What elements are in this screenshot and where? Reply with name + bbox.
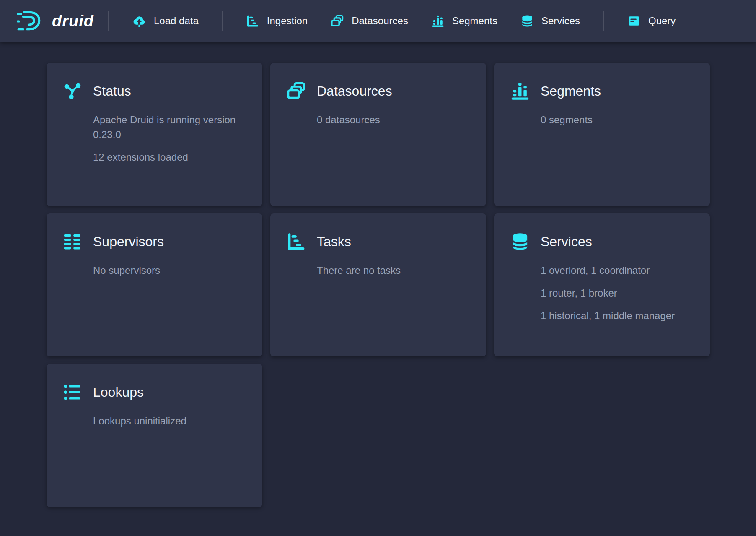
card-text: 0 segments [541, 112, 693, 127]
card-title: Segments [541, 82, 601, 100]
nav-item-label: Services [541, 15, 580, 27]
card-text: Lookups uninitialized [93, 414, 246, 428]
list-columns-icon [63, 232, 82, 251]
card-title: Lookups [93, 383, 144, 401]
druid-wordmark: druid [52, 12, 94, 30]
card-status[interactable]: Status Apache Druid is running version 0… [47, 63, 262, 206]
card-text: There are no tasks [317, 263, 469, 278]
card-title: Services [541, 232, 592, 251]
top-navbar: druid Load data Ingestion [0, 0, 756, 42]
card-text: Apache Druid is running version 0.23.0 [93, 112, 246, 142]
card-title: Status [93, 82, 131, 100]
nav-item-load-data[interactable]: Load data [121, 0, 210, 42]
nav-item-label: Segments [452, 15, 497, 27]
druid-brand[interactable]: druid [17, 11, 94, 31]
nav-item-ingestion[interactable]: Ingestion [235, 0, 319, 42]
bar-chart-icon [432, 15, 444, 27]
nav-item-segments[interactable]: Segments [420, 0, 509, 42]
nav-divider [603, 11, 604, 31]
database-icon [521, 15, 533, 27]
card-text: 1 router, 1 broker [541, 286, 693, 300]
card-segments[interactable]: Segments 0 segments [494, 63, 710, 206]
nav-item-label: Query [648, 15, 676, 27]
stacked-layers-icon [287, 82, 306, 100]
card-title: Supervisors [93, 232, 164, 251]
card-text: 1 historical, 1 middle manager [541, 308, 693, 323]
console-icon [628, 15, 640, 27]
card-lookups[interactable]: Lookups Lookups uninitialized [47, 364, 262, 507]
card-supervisors[interactable]: Supervisors No supervisors [47, 213, 262, 356]
card-title: Tasks [317, 232, 351, 251]
gantt-chart-icon [287, 232, 306, 251]
card-text: 0 datasources [317, 112, 469, 127]
card-services[interactable]: Services 1 overlord, 1 coordinator 1 rou… [494, 213, 710, 356]
nav-item-label: Load data [154, 15, 199, 27]
home-card-grid: Status Apache Druid is running version 0… [0, 42, 756, 507]
nav-divider [108, 11, 109, 31]
nav-item-query[interactable]: Query [616, 0, 687, 42]
nav-item-label: Ingestion [267, 15, 308, 27]
card-datasources[interactable]: Datasources 0 datasources [270, 63, 486, 206]
gantt-chart-icon [246, 15, 259, 27]
stacked-layers-icon [331, 15, 344, 27]
nav-divider [222, 11, 223, 31]
druid-logo-icon [17, 11, 43, 31]
nav-item-datasources[interactable]: Datasources [319, 0, 420, 42]
cloud-upload-icon [132, 14, 146, 28]
properties-list-icon [63, 383, 82, 401]
nav-item-services[interactable]: Services [509, 0, 592, 42]
card-tasks[interactable]: Tasks There are no tasks [270, 213, 486, 356]
card-title: Datasources [317, 82, 392, 100]
card-text: 1 overlord, 1 coordinator [541, 263, 693, 278]
card-text: 12 extensions loaded [93, 150, 246, 164]
nav-item-label: Datasources [352, 15, 408, 27]
database-icon [511, 232, 529, 251]
graph-icon [63, 82, 82, 100]
card-text: No supervisors [93, 263, 246, 278]
bar-chart-icon [511, 82, 529, 100]
